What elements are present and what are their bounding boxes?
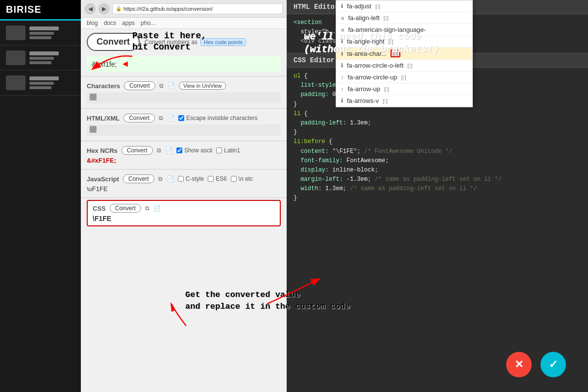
brand-logo: BIRISE <box>0 0 81 21</box>
escape-invisible-checkbox[interactable]: Escape invisible characters <box>178 115 257 122</box>
dropdown-menu[interactable]: ℹ fa-adjust [] ≡ fa-align-left [] ≡ fa… <box>336 0 473 107</box>
confirm-button[interactable]: ✓ <box>540 352 566 377</box>
css-line-12: margin-left: -1.3em; /* same as padding-… <box>294 175 581 184</box>
dropdown-item-fa-asl[interactable]: ≡ fa-american-sign-language- <box>336 24 472 36</box>
css-line-6: padding-left: 1.3em; <box>294 119 581 128</box>
escape-invisible-label: Escape invisible characters <box>186 115 257 122</box>
hex-output-value: &#xf1fe; <box>92 60 117 68</box>
nav-link-apps[interactable]: apps <box>122 20 135 26</box>
dropdown-label-3: fa-american-sign-language- <box>348 26 426 33</box>
hexncrs-convert-btn[interactable]: Convert <box>122 146 153 155</box>
sidebar-text-1 <box>29 26 59 39</box>
file-icon-htmlxml[interactable]: 📄 <box>167 115 174 122</box>
url-text: https://rl2a.github.io/apps/conversion/ <box>123 6 213 12</box>
dropdown-label-2: fa-align-left <box>348 14 379 22</box>
latin1-checkbox[interactable]: Latin1 <box>216 147 240 154</box>
es6-label: ES6 <box>216 175 227 182</box>
dropdown-code-9: [] <box>383 98 388 104</box>
dropdown-item-fa-area-char[interactable]: ℹ fa-area-char... [] <box>336 48 472 60</box>
javascript-label: JavaScript <box>87 175 119 183</box>
arrows-v-icon-9: ℹ <box>341 98 343 104</box>
hexncrs-value: &#xF1FE; <box>87 157 281 164</box>
sidebar-item-1[interactable] <box>0 21 81 46</box>
angle-icon-4: ℹ <box>341 38 343 45</box>
char-icon <box>90 94 97 100</box>
dropdown-label-5: fa-area-char... <box>347 50 387 57</box>
file-icon-characters[interactable]: 📄 <box>168 82 175 89</box>
nav-link-docs[interactable]: docs <box>104 20 116 26</box>
url-bar[interactable]: 🔒 https://rl2a.github.io/apps/conversion… <box>112 3 283 14</box>
dropdown-code-1: [] <box>375 3 380 9</box>
dropdown-label-7: fa-arrow-circle-up <box>348 74 397 81</box>
back-btn[interactable]: ◀ <box>85 3 96 14</box>
characters-label: Characters <box>87 82 120 90</box>
show-ascii-checkbox[interactable]: Show ascii <box>176 147 212 154</box>
arrow-up-icon-7: ↑ <box>341 74 344 80</box>
sidebar-thumb-1 <box>6 25 25 40</box>
netc-checkbox[interactable]: \n etc <box>231 175 253 182</box>
copy-icon-htmlxml[interactable]: ⧉ <box>159 115 163 122</box>
sidebar-thumb-3 <box>6 75 25 90</box>
nav-link-blog[interactable]: blog <box>87 20 98 26</box>
view-in-uniview-btn[interactable]: View in UniView <box>179 82 226 90</box>
cancel-button[interactable]: ✕ <box>506 352 532 377</box>
css-label: CSS <box>93 205 106 212</box>
javascript-convert-btn[interactable]: Convert <box>123 174 154 183</box>
copy-icon-hexncrs[interactable]: ⧉ <box>157 147 161 154</box>
htmlxml-content <box>87 124 281 136</box>
info-icon-1: ℹ <box>341 3 343 9</box>
characters-content <box>87 92 281 103</box>
dropdown-item-fa-align-left[interactable]: ≡ fa-align-left [] <box>336 12 472 24</box>
dropdown-code-2: [] <box>384 15 389 21</box>
nav-links: blog docs apps pho... <box>81 18 287 29</box>
sidebar-thumb-2 <box>6 50 25 65</box>
sidebar-item-2[interactable] <box>0 46 81 71</box>
javascript-section: JavaScript Convert ⧉ 📄 C-style ES6 \n et… <box>81 172 287 196</box>
copy-icon-css[interactable]: ⧉ <box>145 205 149 212</box>
convert-main-button[interactable]: Convert <box>87 33 140 51</box>
hexncrs-label: Hex NCRs <box>87 147 118 154</box>
dropdown-code-4: [] <box>389 39 393 45</box>
numbers-label: Convert numbers as Hex code points <box>145 38 246 46</box>
css-line-14: } <box>294 194 581 203</box>
dropdown-item-fa-arrows-v[interactable]: ℹ fa-arrows-v [] <box>336 95 472 107</box>
dropdown-item-fa-arrow-circle-up[interactable]: ↑ fa-arrow-circle-up [] <box>336 72 472 83</box>
css-convert-btn[interactable]: Convert <box>110 204 141 213</box>
converter-panel: ◀ ▶ 🔒 https://rl2a.github.io/apps/conver… <box>81 0 287 392</box>
css-value: \F1FE <box>93 215 275 222</box>
show-ascii-label: Show ascii <box>184 147 212 154</box>
es6-checkbox[interactable]: ES6 <box>208 175 227 182</box>
file-icon-hexncrs[interactable]: 📄 <box>165 147 172 154</box>
css-line-13: width: 1.3em; /* same as padding-left se… <box>294 184 581 194</box>
dropdown-code-8: [] <box>384 86 389 92</box>
arrow-circ-icon-6: ℹ <box>341 62 343 69</box>
copy-icon-js[interactable]: ⧉ <box>158 175 163 182</box>
dropdown-item-fa-arrow-circle-left[interactable]: ℹ fa-arrow-circle-o-left [] <box>336 60 472 72</box>
cstyle-checkbox[interactable]: C-style <box>178 175 204 182</box>
css-line-8: li:before { <box>294 137 581 147</box>
css-line-11: display: inline-block; <box>294 166 581 175</box>
browser-bar: ◀ ▶ 🔒 https://rl2a.github.io/apps/conver… <box>81 0 287 18</box>
file-icon-js[interactable]: 📄 <box>167 175 174 182</box>
characters-convert-btn[interactable]: Convert <box>124 81 155 90</box>
sidebar-item-3[interactable] <box>0 71 81 96</box>
htmlxml-convert-btn[interactable]: Convert <box>123 114 155 122</box>
dropdown-label-8: fa-arrow-up <box>348 85 380 93</box>
dropdown-code-6: [] <box>408 63 413 69</box>
css-section: CSS Convert ⧉ 📄 \F1FE <box>87 200 281 226</box>
dropdown-item-fa-adjust[interactable]: ℹ fa-adjust [] <box>336 0 472 12</box>
converter-header: Convert Convert numbers as Hex code poin… <box>81 29 287 55</box>
asl-icon-3: ≡ <box>341 27 344 33</box>
dropdown-item-fa-arrow-up[interactable]: ↑ fa-arrow-up [] <box>336 83 472 95</box>
css-line-7: } <box>294 128 581 137</box>
area-icon-5: ℹ <box>341 50 343 57</box>
cstyle-label: C-style <box>186 175 204 182</box>
forward-btn[interactable]: ▶ <box>98 3 109 14</box>
file-icon-css[interactable]: 📄 <box>153 205 161 212</box>
dropdown-code-7: [] <box>401 74 406 80</box>
copy-icon-characters[interactable]: ⧉ <box>159 82 164 89</box>
htmlxml-label: HTML/XML <box>87 115 120 122</box>
nav-link-pho[interactable]: pho... <box>141 20 155 26</box>
dropdown-item-fa-angle-right[interactable]: ℹ fa-angle-right [] <box>336 36 472 48</box>
align-icon-2: ≡ <box>341 15 344 21</box>
